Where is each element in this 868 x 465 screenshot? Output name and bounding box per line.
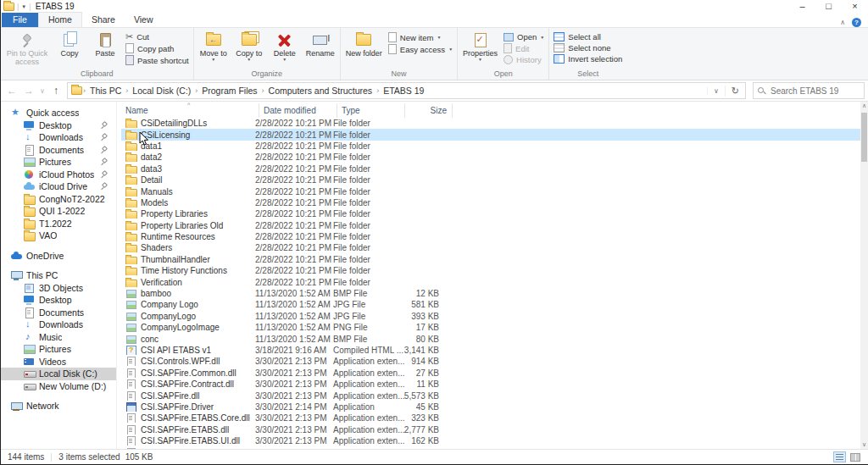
file-row[interactable]: conc 11/13/2020 1:52 AM BMP File 80 KB bbox=[121, 333, 860, 344]
forward-button[interactable]: → bbox=[21, 85, 36, 97]
refresh-icon[interactable]: ↻ bbox=[725, 86, 745, 97]
invert-selection-button[interactable]: Invert selection bbox=[554, 54, 622, 64]
vertical-scrollbar[interactable]: ∧ ∨ bbox=[860, 102, 868, 449]
up-button[interactable]: ↑ bbox=[48, 85, 64, 97]
breadcrumb-segment[interactable]: Computers and Structures bbox=[265, 86, 376, 96]
column-header-name[interactable]: Name ^ bbox=[121, 103, 259, 118]
file-row[interactable]: CSI.SAPFire.Driver 3/30/2021 2:14 PM App… bbox=[121, 401, 860, 412]
file-row[interactable]: Detail 2/28/2022 10:21 PM File folder bbox=[121, 174, 860, 185]
scroll-down-icon[interactable]: ∨ bbox=[862, 440, 866, 449]
minimize-button[interactable]: – bbox=[789, 0, 815, 13]
close-button[interactable]: × bbox=[842, 0, 868, 13]
file-row[interactable]: Company Logo 11/13/2020 1:52 AM JPG File… bbox=[121, 299, 860, 310]
maximize-button[interactable]: □ bbox=[815, 0, 842, 13]
file-row[interactable]: CSI.SAPFire.Go.dll 3/30/2021 2:13 PM App… bbox=[121, 446, 860, 449]
videos-icon[interactable]: Videos bbox=[1, 356, 116, 368]
file-row[interactable]: Verification 2/28/2022 10:21 PM File fol… bbox=[121, 276, 860, 287]
onedrive-icon[interactable]: OneDrive bbox=[1, 250, 116, 263]
move-to-button[interactable]: ← Move to ▼ bbox=[196, 30, 231, 69]
tab-share[interactable]: Share bbox=[82, 13, 125, 27]
select-none-button[interactable]: Select none bbox=[554, 43, 622, 53]
address-bar[interactable]: › This PC › Local Disk (C:) › Program Fi… bbox=[67, 82, 746, 99]
folder-icon[interactable]: QUI 1-2022 bbox=[1, 205, 116, 218]
desktop-icon[interactable]: Desktop bbox=[1, 294, 116, 307]
pictures-icon[interactable]: Pictures bbox=[1, 156, 116, 169]
file-row[interactable]: CSI.SAPFire.Common.dll 3/30/2021 2:13 PM… bbox=[121, 368, 860, 379]
this-pc-icon[interactable]: This PC bbox=[1, 269, 116, 282]
file-row[interactable]: Models 2/28/2022 10:21 PM File folder bbox=[121, 197, 860, 208]
file-row[interactable]: CSiDetailingDLLs 2/28/2022 10:21 PM File… bbox=[121, 118, 860, 129]
file-row[interactable]: Property Libraries 2/28/2022 10:21 PM Fi… bbox=[121, 208, 860, 219]
paste-shortcut-button[interactable]: Paste shortcut bbox=[125, 55, 189, 65]
pin-to-quick-access-button[interactable]: Pin to Quick access bbox=[3, 30, 52, 69]
downloads-icon[interactable]: Downloads bbox=[1, 318, 116, 331]
folder-icon[interactable]: VAO bbox=[1, 230, 116, 242]
tab-file[interactable]: File bbox=[2, 13, 38, 27]
cut-button[interactable]: ✂ Cut bbox=[125, 32, 189, 42]
file-row[interactable]: CSI.SAPFire.ETABS.dll 3/30/2021 2:13 PM … bbox=[121, 424, 860, 435]
documents-icon[interactable]: Documents bbox=[1, 307, 116, 319]
folder-icon[interactable]: T1.2022 bbox=[1, 218, 116, 230]
address-dropdown-icon[interactable]: ∨ bbox=[707, 87, 725, 95]
tab-view[interactable]: View bbox=[125, 13, 163, 27]
new-volume-icon[interactable]: New Volume (D:) bbox=[1, 380, 116, 393]
new-folder-button[interactable]: New folder bbox=[342, 30, 386, 69]
column-header-size[interactable]: Size bbox=[405, 103, 453, 118]
help-icon[interactable]: ? bbox=[852, 18, 861, 27]
file-row[interactable]: bamboo 11/13/2020 1:52 AM BMP File 12 KB bbox=[121, 288, 860, 299]
icloud-drive-icon[interactable]: iCloud Drive bbox=[1, 180, 116, 193]
file-row[interactable]: CSI.SAPFire.dll 3/30/2021 2:13 PM Applic… bbox=[121, 390, 860, 401]
file-row[interactable]: Runtime Resources 2/28/2022 10:21 PM Fil… bbox=[121, 231, 860, 242]
file-row[interactable]: CSiLicensing 2/28/2022 10:21 PM File fol… bbox=[121, 129, 860, 140]
file-row[interactable]: Shaders 2/28/2022 10:21 PM File folder bbox=[121, 242, 860, 253]
easy-access-button[interactable]: Easy access ▼ bbox=[388, 44, 453, 54]
file-row[interactable]: Manuals 2/28/2022 10:21 PM File folder bbox=[121, 185, 860, 197]
file-row[interactable]: data1 2/28/2022 10:21 PM File folder bbox=[121, 141, 860, 152]
file-row[interactable]: Property Libraries Old 2/28/2022 10:21 P… bbox=[121, 220, 860, 231]
column-header-date-modified[interactable]: Date modified bbox=[259, 103, 337, 118]
file-row[interactable]: CompanyLogoImage 11/13/2020 1:52 AM PNG … bbox=[121, 322, 860, 333]
downloads-icon[interactable]: Downloads bbox=[1, 131, 116, 144]
details-view-button[interactable] bbox=[833, 451, 846, 462]
file-row[interactable]: CSI.SAPFire.ETABS.UI.dll 3/30/2021 2:13 … bbox=[121, 435, 860, 446]
documents-icon[interactable]: Documents bbox=[1, 144, 116, 157]
breadcrumb-segment[interactable]: ETABS 19 bbox=[380, 86, 427, 96]
recent-locations-icon[interactable]: ∨ bbox=[38, 87, 47, 95]
file-row[interactable]: CSI API ETABS v1 3/18/2021 9:16 AM Compi… bbox=[121, 345, 860, 356]
file-row[interactable]: CSI.Controls.WPF.dll 3/30/2021 2:13 PM A… bbox=[121, 356, 860, 367]
breadcrumb-segment[interactable]: Program Files bbox=[198, 86, 260, 96]
scrollbar-track[interactable] bbox=[860, 110, 868, 440]
qat-dropdown-icon[interactable]: ▼ bbox=[21, 5, 26, 8]
collapse-ribbon-icon[interactable]: ∧ bbox=[840, 19, 845, 26]
file-row[interactable]: CompanyLogo 11/13/2020 1:52 AM JPG File … bbox=[121, 311, 860, 322]
select-all-button[interactable]: Select all bbox=[554, 32, 622, 42]
delete-button[interactable]: Delete ▼ bbox=[267, 30, 303, 69]
tab-home[interactable]: Home bbox=[38, 12, 82, 27]
new-item-button[interactable]: New item ▼ bbox=[388, 32, 453, 42]
rename-button[interactable]: Rename bbox=[303, 30, 338, 69]
scrollbar-thumb[interactable] bbox=[861, 113, 867, 162]
search-box[interactable] bbox=[753, 82, 865, 99]
edit-button[interactable]: Edit bbox=[504, 43, 544, 53]
back-button[interactable]: ← bbox=[4, 85, 19, 97]
desktop-icon[interactable]: Desktop bbox=[1, 119, 116, 132]
breadcrumb-segment[interactable]: This PC bbox=[86, 86, 125, 96]
copy-button[interactable]: Copy bbox=[52, 30, 87, 69]
open-button[interactable]: Open ▼ bbox=[504, 32, 544, 42]
copy-to-button[interactable]: Copy to ▼ bbox=[231, 30, 267, 69]
breadcrumb-segment[interactable]: Local Disk (C:) bbox=[129, 86, 194, 96]
search-input[interactable] bbox=[769, 86, 860, 97]
file-row[interactable]: data3 2/28/2022 10:21 PM File folder bbox=[121, 163, 860, 174]
paste-button[interactable]: Paste bbox=[87, 30, 123, 69]
properties-button[interactable]: Properties ▼ bbox=[459, 30, 501, 69]
history-button[interactable]: History bbox=[504, 55, 544, 64]
network-icon[interactable]: Network bbox=[1, 400, 116, 412]
column-header-type[interactable]: Type bbox=[337, 103, 405, 118]
icloud-photos-icon[interactable]: iCloud Photos bbox=[1, 169, 116, 181]
quick-access-star-icon[interactable]: Quick access bbox=[1, 107, 116, 119]
pictures-icon[interactable]: Pictures bbox=[1, 343, 116, 356]
folder-icon[interactable]: CongNoT2-2022 bbox=[1, 193, 116, 206]
file-row[interactable]: ThumbnailHandler 2/28/2022 10:21 PM File… bbox=[121, 254, 860, 265]
scroll-up-icon[interactable]: ∧ bbox=[862, 102, 866, 110]
copy-path-button[interactable]: Copy path bbox=[125, 43, 189, 53]
